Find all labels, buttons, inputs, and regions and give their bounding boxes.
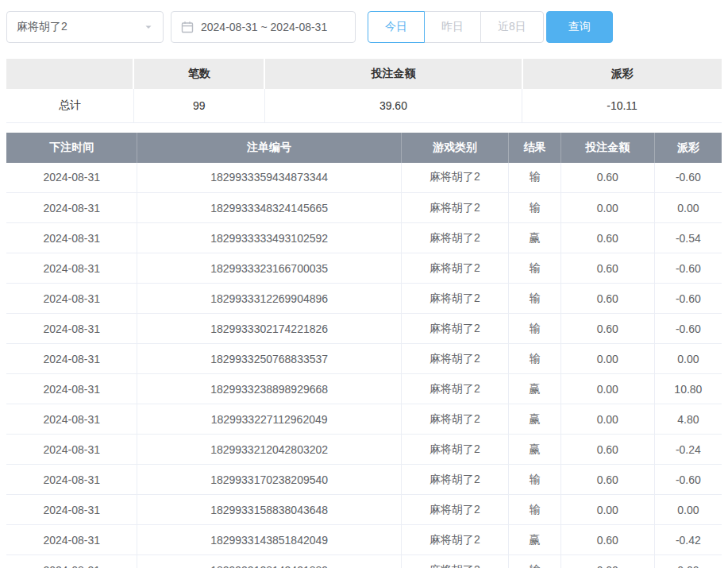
bet-time-cell: 2024-08-31	[6, 163, 137, 193]
records-header-row: 下注时间 注单编号 游戏类别 结果 投注金额 派彩	[6, 133, 722, 163]
game-type-cell: 麻将胡了2	[401, 374, 508, 404]
result-cell: 输	[509, 284, 561, 314]
table-row: 2024-08-311829933170238209540麻将胡了2输0.60-…	[6, 465, 722, 495]
summary-total-label: 总计	[6, 89, 133, 122]
records-table: 下注时间 注单编号 游戏类别 结果 投注金额 派彩 2024-08-311829…	[6, 133, 722, 568]
bet-time-cell: 2024-08-31	[6, 374, 137, 404]
bet-amount-cell: 0.00	[560, 344, 654, 374]
table-row: 2024-08-311829933238898929668麻将胡了2赢0.001…	[6, 374, 722, 404]
summary-header-row: 笔数 投注金额 派彩	[6, 59, 722, 89]
result-cell: 输	[509, 253, 561, 284]
result-cell: 赢	[509, 404, 561, 435]
payout-cell: 0.00	[654, 344, 722, 374]
game-type-cell: 麻将胡了2	[401, 465, 508, 495]
summary-header-count: 笔数	[133, 59, 264, 89]
bet-time-cell: 2024-08-31	[6, 465, 137, 495]
game-type-cell: 麻将胡了2	[401, 284, 508, 314]
summary-table: 笔数 投注金额 派彩 总计 99 39.60 -10.11	[6, 59, 722, 123]
records-header-bet-time: 下注时间	[6, 133, 137, 163]
result-cell: 输	[509, 163, 561, 193]
bet-time-cell: 2024-08-31	[6, 495, 137, 525]
table-row: 2024-08-311829933302174221826麻将胡了2输0.60-…	[6, 314, 722, 344]
date-range-value: 2024-08-31 ~ 2024-08-31	[201, 21, 327, 33]
game-type-cell: 麻将胡了2	[401, 253, 508, 284]
records-table-body: 2024-08-311829933359434873344麻将胡了2输0.60-…	[6, 163, 722, 568]
result-cell: 输	[509, 495, 561, 525]
game-type-cell: 麻将胡了2	[401, 435, 508, 465]
bet-amount-cell: 0.00	[560, 193, 654, 223]
bet-id-cell: 1829933128142421889	[137, 555, 401, 568]
bet-amount-cell: 0.60	[560, 253, 654, 284]
summary-header-empty	[6, 59, 133, 89]
result-cell: 输	[509, 555, 561, 568]
bet-time-cell: 2024-08-31	[6, 555, 137, 568]
bet-id-cell: 1829933212042803202	[137, 435, 401, 465]
today-button[interactable]: 今日	[368, 11, 425, 43]
payout-cell: 0.00	[654, 193, 722, 223]
bet-id-cell: 1829933143851842049	[137, 525, 401, 555]
table-row: 2024-08-311829933227112962049麻将胡了2赢0.004…	[6, 404, 722, 435]
records-header-result: 结果	[509, 133, 561, 163]
game-type-cell: 麻将胡了2	[401, 163, 508, 193]
bet-amount-cell: 0.60	[560, 223, 654, 253]
game-type-cell: 麻将胡了2	[401, 404, 508, 435]
result-cell: 输	[509, 465, 561, 495]
summary-total-bet-amount: 39.60	[264, 89, 522, 122]
game-select[interactable]: 麻将胡了2	[6, 11, 164, 43]
payout-cell: -0.60	[654, 253, 722, 284]
bet-time-cell: 2024-08-31	[6, 404, 137, 435]
date-range-picker[interactable]: 2024-08-31 ~ 2024-08-31	[171, 11, 356, 43]
last-8-days-button[interactable]: 近8日	[480, 11, 544, 43]
game-type-cell: 麻将胡了2	[401, 344, 508, 374]
yesterday-button[interactable]: 昨日	[424, 11, 481, 43]
game-type-cell: 麻将胡了2	[401, 314, 508, 344]
result-cell: 赢	[509, 223, 561, 253]
betting-records-page: 麻将胡了2 2024-08-31 ~ 2024-08-31 今日 昨日 近8日 …	[0, 0, 728, 568]
bet-time-cell: 2024-08-31	[6, 284, 137, 314]
bet-id-cell: 1829933359434873344	[137, 163, 401, 193]
payout-cell: -0.24	[654, 435, 722, 465]
table-row: 2024-08-311829933128142421889麻将胡了2输0.000…	[6, 555, 722, 568]
bet-id-cell: 1829933302174221826	[137, 314, 401, 344]
bet-amount-cell: 0.00	[560, 404, 654, 435]
records-header-bet-amount: 投注金额	[560, 133, 654, 163]
bet-time-cell: 2024-08-31	[6, 344, 137, 374]
summary-header-bet-amount: 投注金额	[264, 59, 522, 89]
bet-id-cell: 1829933170238209540	[137, 465, 401, 495]
bet-amount-cell: 0.00	[560, 555, 654, 568]
table-row: 2024-08-311829933359434873344麻将胡了2输0.60-…	[6, 163, 722, 193]
records-header-payout: 派彩	[654, 133, 722, 163]
bet-time-cell: 2024-08-31	[6, 193, 137, 223]
bet-time-cell: 2024-08-31	[6, 435, 137, 465]
payout-cell: -0.42	[654, 525, 722, 555]
result-cell: 赢	[509, 525, 561, 555]
result-cell: 输	[509, 314, 561, 344]
bet-amount-cell: 0.60	[560, 314, 654, 344]
game-select-value: 麻将胡了2	[17, 20, 67, 34]
result-cell: 赢	[509, 435, 561, 465]
bet-amount-cell: 0.60	[560, 435, 654, 465]
bet-id-cell: 1829933323166700035	[137, 253, 401, 284]
bet-amount-cell: 0.60	[560, 163, 654, 193]
game-type-cell: 麻将胡了2	[401, 555, 508, 568]
game-type-cell: 麻将胡了2	[401, 223, 508, 253]
result-cell: 输	[509, 193, 561, 223]
bet-time-cell: 2024-08-31	[6, 314, 137, 344]
table-row: 2024-08-311829933323166700035麻将胡了2输0.60-…	[6, 253, 722, 284]
bet-time-cell: 2024-08-31	[6, 525, 137, 555]
table-row: 2024-08-311829933143851842049麻将胡了2赢0.60-…	[6, 525, 722, 555]
payout-cell: -0.54	[654, 223, 722, 253]
bet-id-cell: 1829933312269904896	[137, 284, 401, 314]
payout-cell: 10.80	[654, 374, 722, 404]
bet-id-cell: 1829933227112962049	[137, 404, 401, 435]
query-button[interactable]: 查询	[546, 11, 613, 43]
payout-cell: -0.60	[654, 284, 722, 314]
game-type-cell: 麻将胡了2	[401, 193, 508, 223]
payout-cell: 0.00	[654, 555, 722, 568]
bet-id-cell: 1829933238898929668	[137, 374, 401, 404]
records-header-game-type: 游戏类别	[401, 133, 508, 163]
toolbar: 麻将胡了2 2024-08-31 ~ 2024-08-31 今日 昨日 近8日 …	[0, 0, 728, 43]
summary-header-payout: 派彩	[522, 59, 722, 89]
bet-time-cell: 2024-08-31	[6, 223, 137, 253]
summary-total-count: 99	[133, 89, 264, 122]
